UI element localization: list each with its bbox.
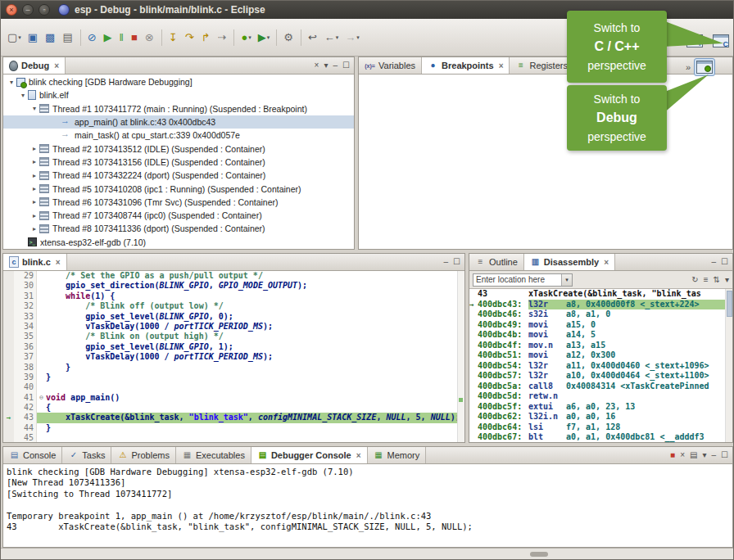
view-menu-icon[interactable]: ▾ <box>725 276 729 284</box>
minimize-icon[interactable]: – <box>711 258 716 266</box>
save-all-button[interactable]: ▩ <box>43 28 58 47</box>
code-line[interactable]: 45 <box>3 433 464 442</box>
last-edit-location-button[interactable]: ↩ <box>306 28 320 47</box>
disconnect-button[interactable]: ⊗ <box>143 28 157 47</box>
sync-icon[interactable]: ⇅ <box>714 276 720 284</box>
debug-tree-row[interactable]: ▸ Thread #4 1073432224 (dport) (Suspende… <box>3 169 354 182</box>
code-line[interactable]: 30 gpio_set_direction(BLINK_GPIO, GPIO_M… <box>3 281 464 291</box>
tab-debug[interactable]: Debug × <box>3 57 66 74</box>
debug-tree-row[interactable]: ▾ Thread #1 1073411772 (main : Running) … <box>3 102 354 115</box>
fold-marker-icon[interactable] <box>37 423 46 433</box>
new-button[interactable]: ▢▾ <box>5 28 24 47</box>
debug-tree-row[interactable]: ▸ Thread #3 1073413156 (IDLE) (Suspended… <box>3 156 354 169</box>
view-tab[interactable]: Registers <box>510 57 573 74</box>
expand-arrow-icon[interactable]: ▸ <box>29 158 39 165</box>
code-line[interactable]: 38 } <box>3 363 464 373</box>
window-minimize-button[interactable]: – <box>22 4 34 16</box>
debug-tree-row[interactable]: ▸ Thread #6 1073431096 (Tmr Svc) (Suspen… <box>3 196 354 209</box>
tab-close-icon[interactable]: × <box>54 61 59 70</box>
disassembly-row[interactable]: 43 xTaskCreate(&blink_task, "blink_tas <box>469 289 732 300</box>
view-tab[interactable]: Debugger Console × <box>251 447 368 463</box>
disassembly-row[interactable]: 400dbc46: s32i a8, a1, 0 <box>469 309 732 320</box>
tab-close-icon[interactable]: × <box>56 258 61 267</box>
view-tab[interactable]: Breakpoints × <box>422 57 510 74</box>
window-close-button[interactable]: × <box>6 4 17 16</box>
fold-marker-icon[interactable] <box>37 332 46 341</box>
disassembly-row[interactable]: 400dbc54: l32r a11, 0x400d0460 <_stext+1… <box>469 361 732 372</box>
step-over-button[interactable]: ↷ <box>183 28 197 47</box>
debug-tree-row[interactable]: ▸ Thread #8 1073411336 (dport) (Suspende… <box>3 222 354 235</box>
terminate-icon[interactable]: ■ <box>670 451 675 459</box>
perspective-chevron-icon[interactable]: » <box>686 62 691 72</box>
fold-marker-icon[interactable] <box>37 301 46 311</box>
code-line[interactable]: 37 vTaskDelay(1000 / portTICK_PERIOD_MS)… <box>3 352 464 362</box>
terminate-button[interactable]: ■ <box>129 28 141 47</box>
tab-close-icon[interactable]: × <box>499 61 504 70</box>
debug-tree-row[interactable]: ▸ Thread #2 1073413512 (IDLE) (Suspended… <box>3 142 354 155</box>
disassembly-row[interactable]: 400dbc5d: retw.n <box>469 391 732 402</box>
maximize-icon[interactable]: ☐ <box>453 258 460 266</box>
code-line[interactable]: 44 } <box>3 423 464 433</box>
expand-arrow-icon[interactable]: ▸ <box>29 172 39 179</box>
view-tab[interactable]: Problems <box>111 447 175 463</box>
code-line[interactable]: 42 { <box>3 403 464 413</box>
disassembly-scrollbar[interactable] <box>725 289 732 442</box>
expand-arrow-icon[interactable]: ▸ <box>29 145 39 152</box>
debug-tree-row[interactable]: app_main() at blink.c:43 0x400dbc43 <box>3 115 354 129</box>
fold-marker-icon[interactable] <box>37 352 46 362</box>
disassembly-row[interactable]: 400dbc4b: movi a14, 5 <box>469 330 732 341</box>
debug-tree-row[interactable]: ▾ blink.elf <box>3 88 354 102</box>
step-return-button[interactable]: ↱ <box>199 28 214 47</box>
expand-arrow-icon[interactable]: ▸ <box>29 198 39 205</box>
instruction-stepping-button[interactable]: ⇢ <box>215 28 229 47</box>
view-tab[interactable]: Disassembly × <box>524 254 615 270</box>
debug-perspective-button[interactable] <box>694 58 715 76</box>
code-line[interactable]: 39 } <box>3 373 464 382</box>
disassembly-row[interactable]: 400dbc62: l32i.n a0, a0, 16 <box>469 412 732 422</box>
remove-launch-icon[interactable]: × <box>680 451 685 459</box>
expand-arrow-icon[interactable]: ▸ <box>29 225 39 233</box>
debug-tree-row[interactable]: ▾ blink checking [GDB Hardware Debugging… <box>3 75 354 88</box>
disassembly-row[interactable]: 400dbc67: blt a0, a1, 0x400dbc81 <__addd… <box>469 432 732 442</box>
debug-tree-row[interactable]: main_task() at cpu_start.c:339 0x400d057… <box>3 129 354 142</box>
tab-close-icon[interactable]: × <box>356 451 361 460</box>
disassembly-row[interactable]: → 400dbc43: l32r a8, 0x400d00f8 <_stext+… <box>469 300 732 310</box>
disassembly-row[interactable]: 400dbc64: lsi f7, a1, 128 <box>469 422 732 433</box>
external-tools-button[interactable]: ⚙ <box>281 28 297 47</box>
code-editor[interactable]: 29 /* Set the GPIO as a push/pull output… <box>3 271 464 442</box>
view-tab[interactable]: Outline <box>469 254 524 270</box>
fold-marker-icon[interactable] <box>37 413 46 422</box>
fold-marker-icon[interactable] <box>37 322 46 332</box>
view-tab[interactable]: Tasks <box>62 447 111 463</box>
code-line[interactable]: 41 ⊖ void app_main() <box>3 393 464 403</box>
annotation-column[interactable] <box>457 271 464 442</box>
fold-marker-icon[interactable] <box>37 373 46 382</box>
code-line[interactable]: 36 gpio_set_level(BLINK_GPIO, 1); <box>3 342 464 352</box>
view-tab[interactable]: Variables <box>359 57 422 74</box>
code-line[interactable]: 31 while(1) { <box>3 291 464 301</box>
debug-tree-row[interactable]: ▸ Thread #7 1073408744 (ipc0) (Suspended… <box>3 209 354 222</box>
window-maximize-button[interactable]: ▫ <box>39 4 50 16</box>
view-tab[interactable]: Executables <box>176 447 251 463</box>
forward-button[interactable]: →▾ <box>342 28 362 47</box>
step-into-button[interactable]: ↧ <box>166 28 181 47</box>
disassembly-row[interactable]: 400dbc5f: extui a6, a0, 23, 13 <box>469 402 732 413</box>
horizontal-scrollbar-thumb[interactable] <box>530 552 548 557</box>
fold-marker-icon[interactable] <box>37 403 46 413</box>
code-line[interactable]: 34 vTaskDelay(1000 / portTICK_PERIOD_MS)… <box>3 322 464 332</box>
expand-arrow-icon[interactable]: ▾ <box>7 79 16 86</box>
combo-dropdown-icon[interactable]: ▾ <box>561 274 572 286</box>
debug-tree-row[interactable]: xtensa-esp32-elf-gdb (7.10) <box>3 236 354 249</box>
fold-marker-icon[interactable] <box>37 291 46 301</box>
maximize-icon[interactable]: ☐ <box>342 61 350 70</box>
cpp-perspective-button[interactable] <box>710 32 732 50</box>
fold-marker-icon[interactable] <box>37 342 46 352</box>
refresh-icon[interactable]: ↻ <box>691 276 698 284</box>
code-line[interactable]: 32 /* Blink off (output low) */ <box>3 301 464 311</box>
view-tab[interactable]: Memory <box>368 447 427 463</box>
debug-tree-row[interactable]: ▸ Thread #5 1073410208 (ipc1 : Running) … <box>3 182 354 195</box>
expand-arrow-icon[interactable]: ▸ <box>29 212 39 219</box>
expand-arrow-icon[interactable]: ▸ <box>29 185 39 192</box>
code-line[interactable]: 35 /* Blink on (output high) */ <box>3 332 464 341</box>
disassembly-row[interactable]: 400dbc49: movi a15, 0 <box>469 320 732 331</box>
